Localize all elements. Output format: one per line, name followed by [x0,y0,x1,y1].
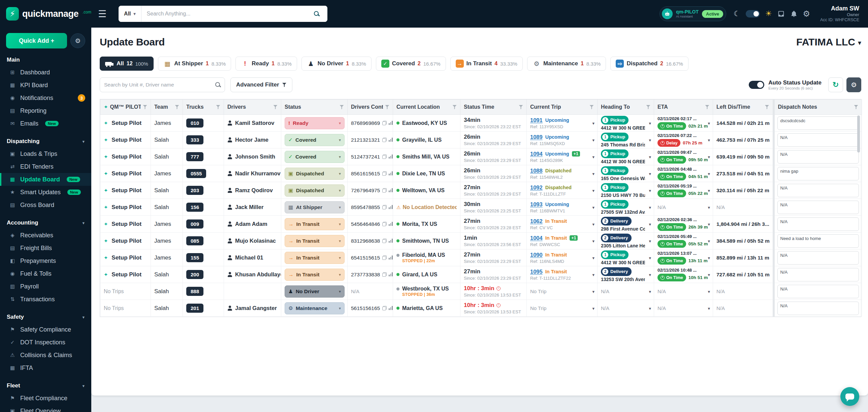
filter-funnel-icon[interactable] [646,105,650,109]
copy-icon[interactable] [382,306,387,310]
current-trip-cell[interactable]: 1004 In Transit +1 Ref: DWWCSC ▾ [527,233,597,249]
heading-to-cell[interactable]: 1Pickup 4412 W 300 N GREE... ▾ [597,115,654,132]
truck-number-badge[interactable]: 201 [186,304,204,313]
truck-number-badge[interactable]: 200 [186,270,204,279]
vertical-scrollbar[interactable] [857,115,860,152]
eta-cell[interactable]: 02/11/2026 02:17 ... On Time 02h 21 m ▾ [654,115,713,132]
copy-icon[interactable] [382,222,387,226]
copy-icon[interactable] [382,272,387,277]
heading-to-cell[interactable]: 2Delivery 13253 SW 20th Aven... ▾ [597,266,654,283]
status-filter-tab[interactable]: ⚙ Maintenance 1 8.33% [527,57,606,71]
eta-cell[interactable]: N/A ▾ [654,300,713,317]
auto-status-toggle[interactable] [749,81,764,89]
status-select[interactable]: ✓ Covered ▾ [285,134,345,146]
sidebar-item[interactable]: ▣ Loads & Trips [0,147,91,160]
column-header[interactable]: ✦ Drivers [224,100,281,115]
trip-id-link[interactable]: 1062 [530,218,542,225]
sidebar-section-title[interactable]: Dispatching ▾ [0,138,91,145]
sidebar-item[interactable]: ▤ Freight Bills [0,242,91,254]
truck-number-badge[interactable]: 333 [186,135,204,144]
bell-icon[interactable] [790,10,798,18]
current-trip-cell[interactable]: No Trip ▾ [527,300,597,317]
dispatch-note-input[interactable]: nima gap [777,167,859,180]
pilot-link[interactable]: Setup Pilot [112,137,142,143]
eta-cell[interactable]: N/A ▾ [654,199,713,216]
eta-cell[interactable]: 02/12/2026 02:36 ... On Time 26h 39 m ▾ [654,216,713,233]
sidebar-item[interactable]: ▦ IFTA [0,362,91,374]
sidebar-item[interactable]: ⚠ Collisions & Claims [0,349,91,362]
sidebar-item[interactable]: ▤ Reporting [0,104,91,117]
column-header[interactable]: ✦ Trucks [183,100,224,115]
truck-number-badge[interactable]: 010 [186,118,204,128]
pilot-link[interactable]: Setup Pilot [112,221,142,227]
sidebar-item[interactable]: ▤ Gross Board [0,199,91,211]
current-trip-cell[interactable]: 1062 In Transit Ref: CV VC ▾ [527,216,597,233]
eta-cell[interactable]: 02/11/2026 05:49 ... On Time 05h 52 m ▾ [654,233,713,249]
sidebar-item[interactable]: ▣ Fleet Overview [0,405,91,412]
heading-to-cell[interactable]: 2Delivery 298 First Avenue Co... ▾ [597,216,654,233]
pilot-link[interactable]: Setup Pilot [112,254,142,261]
eta-cell[interactable]: N/A ▾ [654,283,713,300]
filter-funnel-icon[interactable] [519,105,523,109]
hamburger-menu-icon[interactable]: ☰ [98,8,106,20]
table-settings-button[interactable]: ⚙ [846,77,861,92]
sidebar-item[interactable]: ▥ Payroll [0,280,91,293]
sidebar-section-title[interactable]: Accounting ▾ [0,219,91,226]
current-trip-cell[interactable]: 1090 In Transit Ref: 116NLS4MD ▾ [527,249,597,266]
sidebar-item[interactable]: ◉ Notifications 3 [0,92,91,104]
quick-add-button[interactable]: Quick Add + [6,33,67,48]
search-button[interactable] [306,6,328,22]
dispatch-note-input[interactable]: N/A [777,285,859,298]
filter-funnel-icon[interactable] [340,105,344,109]
trip-id-link[interactable]: 1089 [530,134,542,140]
current-trip-cell[interactable]: 1095 In Transit Ref: T-111DLLZTF22 ▾ [527,266,597,283]
eta-cell[interactable]: 02/11/2026 07:22 ... Delay 07h 25 m ▾ [654,132,713,148]
column-header[interactable]: ✦ Drivers Cont... [348,100,393,115]
column-header[interactable]: ✦ Current Trip [527,100,597,115]
sidebar-item[interactable]: ◧ Prepayments [0,254,91,267]
company-selector[interactable]: FATIMA LLC ▾ [796,36,861,48]
column-header[interactable]: ✦ QM™ PILOT [100,100,151,115]
heading-to-cell[interactable]: 1Pickup 4412 W 300 N GREE... ▾ [597,249,654,266]
sidebar-item[interactable]: ✓ DOT Inspections [0,336,91,349]
dispatch-note-input[interactable]: N/A [777,201,859,214]
filter-funnel-icon[interactable] [273,105,278,109]
truck-number-badge[interactable]: 085 [186,236,204,245]
filter-funnel-icon[interactable] [216,105,220,109]
truck-number-badge[interactable]: 009 [186,219,204,229]
refresh-button[interactable]: ↻ [828,77,843,92]
heading-to-cell[interactable]: 1Pickup 4412 W 300 N GREE... ▾ [597,148,654,165]
unit-search-input[interactable] [104,82,215,88]
dispatch-note-input[interactable]: N/A [777,150,859,164]
eta-cell[interactable]: 02/11/2026 04:48 ... On Time 04h 51 m ▾ [654,165,713,182]
heading-to-cell[interactable]: N/A ▾ [597,300,654,317]
sidebar-item[interactable]: ⚑ Fleet Compliance [0,392,91,405]
current-trip-cell[interactable]: 1088 Dispatched Ref: 11548W4L2 ▾ [527,165,597,182]
filter-funnel-icon[interactable] [765,105,769,109]
copy-icon[interactable] [382,188,387,193]
filter-funnel-icon[interactable] [385,105,390,109]
sidebar-section-title[interactable]: Safety ▾ [0,314,91,320]
current-trip-cell[interactable]: 1092 Dispatched Ref: T-111DLLZTF ▾ [527,182,597,199]
pilot-link[interactable]: No Trips [104,288,124,294]
filter-funnel-icon[interactable] [589,105,594,109]
status-filter-tab[interactable]: ▦ At Shipper 1 8.33% [158,57,231,71]
copy-icon[interactable] [382,154,387,159]
sidebar-item[interactable]: ◉ Fuel & Tolls [0,267,91,280]
filter-funnel-icon[interactable] [143,105,147,109]
chat-support-button[interactable] [840,387,859,406]
status-filter-tab[interactable]: ! Ready 1 8.33% [236,57,297,71]
heading-to-cell[interactable]: 1Pickup 245 Thomas Rd Bris... ▾ [597,132,654,148]
trip-id-link[interactable]: 1088 [530,168,542,174]
current-trip-cell[interactable]: 1094 Upcoming +1 Ref: 114SG289K ▾ [527,148,597,165]
status-filter-tab[interactable]: ⇨ Dispatched 2 16.67% [610,57,688,71]
inbox-tray-icon[interactable] [777,10,785,18]
pilot-link[interactable]: Setup Pilot [112,170,142,177]
copy-icon[interactable] [382,171,387,176]
dispatch-note-input[interactable]: N/A [777,133,859,147]
heading-to-cell[interactable]: 1Pickup 165 One Genesis Wa... ▾ [597,165,654,182]
status-filter-tab[interactable]: ✓ Covered 2 16.67% [376,57,446,71]
column-header[interactable]: ✦ Dispatch Notes [774,100,862,115]
theme-toggle[interactable] [746,10,760,18]
eta-cell[interactable]: 02/11/2026 09:47 ... On Time 09h 50 m ▾ [654,148,713,165]
